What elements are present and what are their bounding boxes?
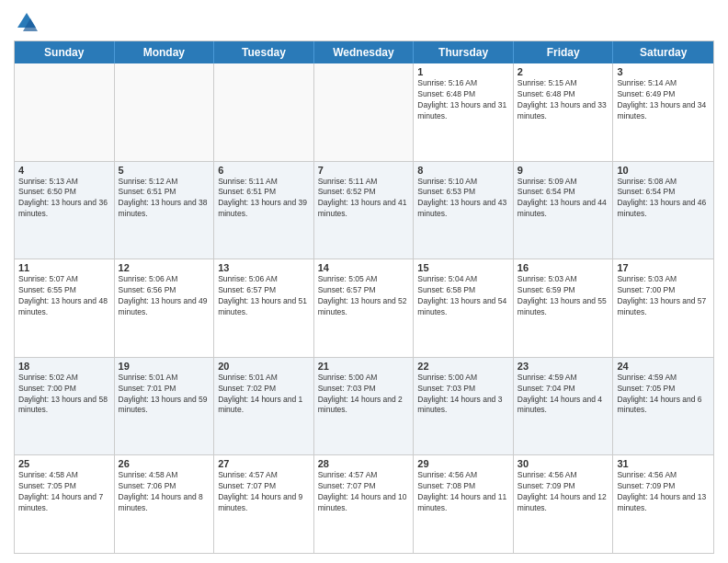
day-cell: 7Sunrise: 5:11 AM Sunset: 6:52 PM Daylig… [314,162,415,259]
day-cell: 14Sunrise: 5:05 AM Sunset: 6:57 PM Dayli… [314,259,415,357]
day-number: 16 [518,262,609,273]
logo-icon [14,9,40,35]
calendar-day-header: Wednesday [314,41,415,63]
logo [14,9,43,35]
day-number: 3 [617,66,710,77]
day-info: Sunrise: 5:02 AM Sunset: 7:00 PM Dayligh… [18,373,110,417]
day-info: Sunrise: 5:05 AM Sunset: 6:57 PM Dayligh… [318,274,410,318]
day-number: 23 [518,361,609,372]
day-info: Sunrise: 4:59 AM Sunset: 7:04 PM Dayligh… [518,373,609,417]
day-cell: 5Sunrise: 5:12 AM Sunset: 6:51 PM Daylig… [115,162,215,259]
calendar-day-header: Monday [115,41,215,63]
day-info: Sunrise: 4:56 AM Sunset: 7:09 PM Dayligh… [617,470,710,514]
day-number: 5 [119,165,210,176]
day-info: Sunrise: 5:10 AM Sunset: 6:53 PM Dayligh… [417,177,509,221]
day-info: Sunrise: 4:59 AM Sunset: 7:05 PM Dayligh… [617,373,710,417]
header [14,9,714,35]
day-info: Sunrise: 5:01 AM Sunset: 7:01 PM Dayligh… [119,373,210,417]
calendar-day-header: Thursday [414,41,514,63]
day-info: Sunrise: 5:03 AM Sunset: 6:59 PM Dayligh… [518,274,609,318]
day-info: Sunrise: 5:07 AM Sunset: 6:55 PM Dayligh… [18,274,110,318]
day-cell: 20Sunrise: 5:01 AM Sunset: 7:02 PM Dayli… [214,358,314,455]
calendar-body: 1Sunrise: 5:16 AM Sunset: 6:48 PM Daylig… [15,63,713,553]
day-info: Sunrise: 5:11 AM Sunset: 6:51 PM Dayligh… [218,177,310,221]
day-number: 17 [617,262,710,273]
day-number: 20 [218,361,310,372]
day-cell: 23Sunrise: 4:59 AM Sunset: 7:04 PM Dayli… [514,358,614,455]
day-info: Sunrise: 5:06 AM Sunset: 6:56 PM Dayligh… [119,274,210,318]
day-number: 28 [318,458,410,469]
day-info: Sunrise: 5:12 AM Sunset: 6:51 PM Dayligh… [119,177,210,221]
day-number: 1 [417,66,509,77]
day-cell: 22Sunrise: 5:00 AM Sunset: 7:03 PM Dayli… [414,358,514,455]
day-cell: 15Sunrise: 5:04 AM Sunset: 6:58 PM Dayli… [414,259,514,357]
empty-cell [214,63,314,161]
day-number: 29 [417,458,509,469]
day-cell: 19Sunrise: 5:01 AM Sunset: 7:01 PM Dayli… [115,358,215,455]
day-info: Sunrise: 4:56 AM Sunset: 7:09 PM Dayligh… [518,470,609,514]
day-cell: 1Sunrise: 5:16 AM Sunset: 6:48 PM Daylig… [414,63,514,161]
day-number: 10 [617,165,710,176]
day-info: Sunrise: 5:13 AM Sunset: 6:50 PM Dayligh… [18,177,110,221]
day-info: Sunrise: 5:03 AM Sunset: 7:00 PM Dayligh… [617,274,710,318]
day-number: 19 [119,361,210,372]
day-number: 18 [18,361,110,372]
day-cell: 24Sunrise: 4:59 AM Sunset: 7:05 PM Dayli… [613,358,713,455]
day-number: 6 [218,165,310,176]
day-info: Sunrise: 5:16 AM Sunset: 6:48 PM Dayligh… [417,78,509,122]
day-cell: 17Sunrise: 5:03 AM Sunset: 7:00 PM Dayli… [613,259,713,357]
day-info: Sunrise: 5:06 AM Sunset: 6:57 PM Dayligh… [218,274,310,318]
empty-cell [314,63,415,161]
day-info: Sunrise: 5:15 AM Sunset: 6:48 PM Dayligh… [518,78,609,122]
day-info: Sunrise: 4:56 AM Sunset: 7:08 PM Dayligh… [417,470,509,514]
day-cell: 16Sunrise: 5:03 AM Sunset: 6:59 PM Dayli… [514,259,614,357]
day-cell: 2Sunrise: 5:15 AM Sunset: 6:48 PM Daylig… [514,63,614,161]
day-info: Sunrise: 5:08 AM Sunset: 6:54 PM Dayligh… [617,177,710,221]
day-cell: 13Sunrise: 5:06 AM Sunset: 6:57 PM Dayli… [214,259,314,357]
day-info: Sunrise: 5:01 AM Sunset: 7:02 PM Dayligh… [218,373,310,417]
day-cell: 26Sunrise: 4:58 AM Sunset: 7:06 PM Dayli… [115,455,215,553]
day-cell: 3Sunrise: 5:14 AM Sunset: 6:49 PM Daylig… [613,63,713,161]
day-info: Sunrise: 4:58 AM Sunset: 7:06 PM Dayligh… [119,470,210,514]
calendar-row: 11Sunrise: 5:07 AM Sunset: 6:55 PM Dayli… [15,259,713,358]
day-info: Sunrise: 5:04 AM Sunset: 6:58 PM Dayligh… [417,274,509,318]
day-cell: 31Sunrise: 4:56 AM Sunset: 7:09 PM Dayli… [613,455,713,553]
calendar-day-header: Tuesday [214,41,314,63]
day-number: 9 [518,165,609,176]
day-cell: 10Sunrise: 5:08 AM Sunset: 6:54 PM Dayli… [613,162,713,259]
day-cell: 12Sunrise: 5:06 AM Sunset: 6:56 PM Dayli… [115,259,215,357]
day-number: 26 [119,458,210,469]
calendar: SundayMondayTuesdayWednesdayThursdayFrid… [14,40,714,554]
day-cell: 25Sunrise: 4:58 AM Sunset: 7:05 PM Dayli… [15,455,115,553]
day-info: Sunrise: 5:11 AM Sunset: 6:52 PM Dayligh… [318,177,410,221]
day-number: 31 [617,458,710,469]
day-cell: 4Sunrise: 5:13 AM Sunset: 6:50 PM Daylig… [15,162,115,259]
day-info: Sunrise: 4:57 AM Sunset: 7:07 PM Dayligh… [318,470,410,514]
day-number: 4 [18,165,110,176]
calendar-day-header: Sunday [15,41,115,63]
calendar-row: 1Sunrise: 5:16 AM Sunset: 6:48 PM Daylig… [15,63,713,162]
day-info: Sunrise: 5:14 AM Sunset: 6:49 PM Dayligh… [617,78,710,122]
day-number: 22 [417,361,509,372]
calendar-day-header: Friday [514,41,614,63]
day-number: 12 [119,262,210,273]
day-number: 14 [318,262,410,273]
empty-cell [15,63,115,161]
day-info: Sunrise: 4:58 AM Sunset: 7:05 PM Dayligh… [18,470,110,514]
calendar-row: 18Sunrise: 5:02 AM Sunset: 7:00 PM Dayli… [15,358,713,456]
day-number: 21 [318,361,410,372]
day-info: Sunrise: 5:00 AM Sunset: 7:03 PM Dayligh… [417,373,509,417]
day-number: 25 [18,458,110,469]
day-number: 27 [218,458,310,469]
day-cell: 28Sunrise: 4:57 AM Sunset: 7:07 PM Dayli… [314,455,415,553]
day-number: 15 [417,262,509,273]
day-number: 24 [617,361,710,372]
day-cell: 11Sunrise: 5:07 AM Sunset: 6:55 PM Dayli… [15,259,115,357]
day-info: Sunrise: 5:09 AM Sunset: 6:54 PM Dayligh… [518,177,609,221]
day-number: 2 [518,66,609,77]
day-info: Sunrise: 5:00 AM Sunset: 7:03 PM Dayligh… [318,373,410,417]
day-cell: 9Sunrise: 5:09 AM Sunset: 6:54 PM Daylig… [514,162,614,259]
day-info: Sunrise: 4:57 AM Sunset: 7:07 PM Dayligh… [218,470,310,514]
page: SundayMondayTuesdayWednesdayThursdayFrid… [0,0,728,563]
day-cell: 30Sunrise: 4:56 AM Sunset: 7:09 PM Dayli… [514,455,614,553]
